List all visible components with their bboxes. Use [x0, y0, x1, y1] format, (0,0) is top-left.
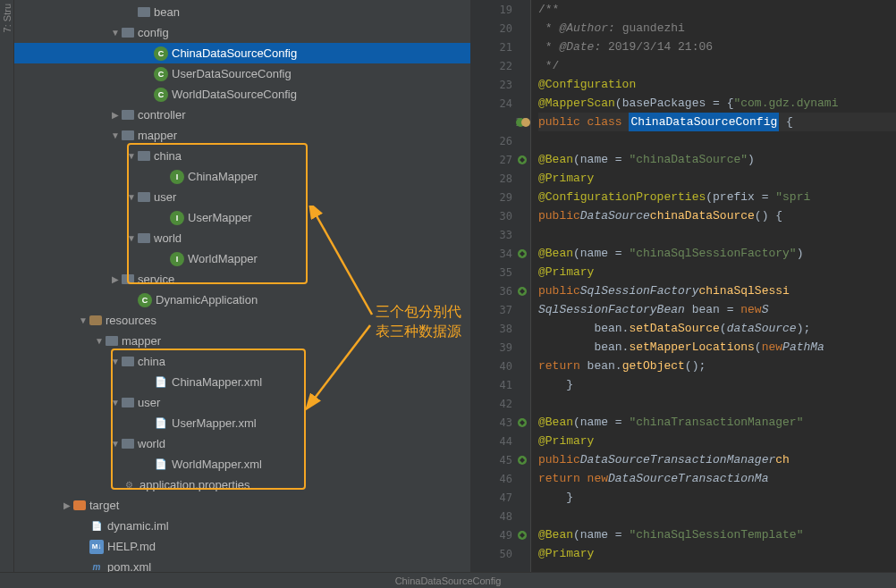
tree-item-chinamapper[interactable]: IChinaMapper: [14, 166, 470, 187]
expand-arrow-icon[interactable]: [109, 439, 122, 449]
code-line[interactable]: [538, 507, 896, 525]
code-line[interactable]: [538, 225, 896, 244]
line-number[interactable]: 39: [470, 338, 530, 357]
code-line[interactable]: * @Date: 2019/3/14 21:06: [538, 38, 896, 56]
code-editor[interactable]: 1920212223242526272829303334353637383940…: [470, 0, 896, 572]
tool-window-bar[interactable]: 7: Stru: [0, 0, 14, 572]
code-line[interactable]: /**: [538, 0, 896, 19]
code-line[interactable]: @Bean(name = "chinaSqlSessionFactory"): [538, 244, 896, 263]
tree-item-controller[interactable]: controller: [14, 105, 470, 125]
line-number[interactable]: 36: [470, 281, 530, 300]
line-number[interactable]: 33: [470, 225, 530, 244]
code-line[interactable]: @ConfigurationProperties(prefix = "spri: [538, 188, 896, 206]
line-number[interactable]: 42: [470, 394, 530, 413]
line-number[interactable]: 47: [470, 488, 530, 507]
breadcrumb-item[interactable]: ChinaDataSourceConfig: [395, 575, 502, 586]
code-line[interactable]: public DataSourceTransactionManager ch: [538, 450, 896, 469]
line-number[interactable]: 22: [470, 56, 530, 75]
line-number[interactable]: 43: [470, 413, 530, 432]
code-line[interactable]: [538, 394, 896, 413]
tree-item-bean[interactable]: bean: [14, 2, 470, 22]
line-number[interactable]: 28: [470, 169, 530, 188]
tree-item-mapper[interactable]: mapper: [14, 125, 470, 146]
code-line[interactable]: [538, 131, 896, 150]
line-number[interactable]: 40: [470, 357, 530, 375]
line-number[interactable]: 46: [470, 469, 530, 488]
tree-item-application-properties[interactable]: ⚙application.properties: [14, 475, 470, 495]
expand-arrow-icon[interactable]: [109, 398, 122, 407]
expand-arrow-icon[interactable]: [109, 130, 122, 140]
code-line[interactable]: */: [538, 56, 896, 75]
tree-item-dynamicapplication[interactable]: CDynamicApplication: [14, 290, 470, 310]
line-number[interactable]: 44: [470, 432, 530, 450]
tree-item-chinadatasourceconfig[interactable]: CChinaDataSourceConfig: [14, 43, 470, 63]
line-number[interactable]: 29: [470, 188, 530, 206]
tree-item-user[interactable]: user: [14, 187, 470, 207]
tree-item-mapper[interactable]: mapper: [14, 331, 470, 351]
code-line[interactable]: bean.setDataSource(dataSource);: [538, 319, 896, 338]
bean-gutter-icon[interactable]: [516, 154, 528, 166]
line-number[interactable]: 27: [470, 150, 530, 169]
line-number[interactable]: 38: [470, 319, 530, 338]
tree-item-usermapper[interactable]: IUserMapper: [14, 207, 470, 228]
expand-arrow-icon[interactable]: [61, 500, 73, 510]
code-line[interactable]: SqlSessionFactoryBean bean = new S: [538, 300, 896, 319]
tree-item-china[interactable]: china: [14, 351, 470, 372]
code-line[interactable]: @Primary: [538, 263, 896, 281]
tree-item-service[interactable]: service: [14, 269, 470, 290]
tree-item-userdatasourceconfig[interactable]: CUserDataSourceConfig: [14, 63, 470, 84]
tree-item-target[interactable]: target: [14, 495, 470, 516]
line-number[interactable]: 21: [470, 38, 530, 56]
code-line[interactable]: * @Author: guandezhi: [538, 19, 896, 38]
tree-item-dynamic-iml[interactable]: 📄dynamic.iml: [14, 516, 470, 536]
tree-item-china[interactable]: china: [14, 146, 470, 166]
line-number[interactable]: 26: [470, 131, 530, 150]
expand-arrow-icon[interactable]: [109, 357, 122, 366]
line-number[interactable]: 35: [470, 263, 530, 281]
line-number[interactable]: 45: [470, 450, 530, 469]
line-number[interactable]: 24: [470, 94, 530, 113]
expand-arrow-icon[interactable]: [109, 28, 122, 38]
tree-item-user[interactable]: user: [14, 392, 470, 413]
tree-item-worlddatasourceconfig[interactable]: CWorldDataSourceConfig: [14, 84, 470, 105]
tree-item-worldmapper[interactable]: IWorldMapper: [14, 248, 470, 269]
code-line[interactable]: @Bean(name = "chinaTransactionManager": [538, 413, 896, 432]
expand-arrow-icon[interactable]: [77, 315, 89, 325]
code-line[interactable]: @Bean(name = "chinaSqlSessionTemplate": [538, 525, 896, 544]
code-line[interactable]: public SqlSessionFactory chinaSqlSessi: [538, 281, 896, 300]
line-number[interactable]: 48: [470, 507, 530, 525]
code-line[interactable]: }: [538, 375, 896, 394]
editor-code-area[interactable]: /** * @Author: guandezhi * @Date: 2019/3…: [531, 0, 896, 572]
tree-item-pom-xml[interactable]: mpom.xml: [14, 557, 470, 572]
expand-arrow-icon[interactable]: [125, 233, 138, 243]
bean-gutter-icon[interactable]: [516, 248, 528, 260]
code-line[interactable]: @Primary: [538, 169, 896, 188]
tree-item-chinamapper-xml[interactable]: 📄ChinaMapper.xml: [14, 372, 470, 392]
line-number[interactable]: 49: [470, 525, 530, 544]
line-number[interactable]: 20: [470, 19, 530, 38]
tree-item-world[interactable]: world: [14, 433, 470, 454]
bean-gutter-icon[interactable]: [516, 454, 528, 466]
expand-arrow-icon[interactable]: [125, 151, 138, 161]
bean-gutter-icon[interactable]: [516, 529, 528, 542]
code-line[interactable]: @Primary: [538, 432, 896, 450]
tree-item-help-md[interactable]: M↓HELP.md: [14, 536, 470, 557]
bean-gutter-icon[interactable]: [516, 416, 528, 429]
expand-arrow-icon[interactable]: [93, 336, 106, 346]
tree-item-usermapper-xml[interactable]: 📄UserMapper.xml: [14, 413, 470, 433]
code-line[interactable]: @Configuration: [538, 75, 896, 94]
bean-gutter-icon[interactable]: [516, 285, 528, 298]
code-line[interactable]: return new DataSourceTransactionMa: [538, 469, 896, 488]
code-line[interactable]: bean.setMapperLocations(new PathMa: [538, 338, 896, 357]
expand-arrow-icon[interactable]: [109, 274, 122, 284]
expand-arrow-icon[interactable]: [109, 110, 122, 120]
tree-item-config[interactable]: config: [14, 22, 470, 43]
line-number[interactable]: 34: [470, 244, 530, 263]
code-line[interactable]: }: [538, 488, 896, 507]
line-number[interactable]: 37: [470, 300, 530, 319]
line-number[interactable]: 23: [470, 75, 530, 94]
tree-item-world[interactable]: world: [14, 228, 470, 248]
code-line[interactable]: public DataSource chinaDataSource() {: [538, 206, 896, 225]
expand-arrow-icon[interactable]: [125, 192, 138, 202]
structure-tool-label[interactable]: 7: Stru: [0, 0, 14, 36]
